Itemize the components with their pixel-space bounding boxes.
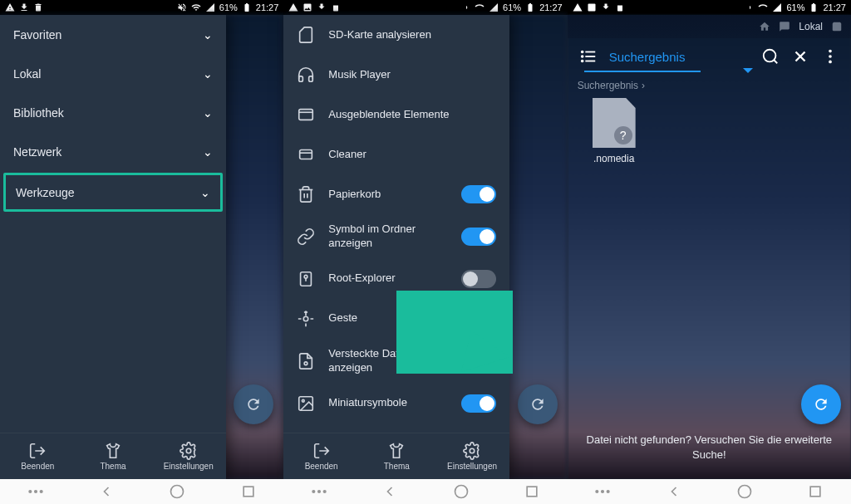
close-icon[interactable] (791, 47, 809, 66)
archive-icon[interactable] (831, 21, 843, 32)
svg-point-17 (303, 399, 305, 402)
download-icon (317, 2, 327, 12)
svg-rect-44 (810, 487, 820, 497)
svg-rect-6 (299, 110, 313, 120)
nav-back-icon[interactable] (381, 483, 398, 500)
setting-row-sdcard[interactable]: SD-Karte analysieren (283, 15, 509, 55)
refresh-fab-bg[interactable] (518, 384, 558, 424)
bottom-label: Beenden (21, 462, 54, 471)
toggle-knob (480, 354, 494, 369)
svg-point-33 (764, 50, 776, 62)
setting-row-thumbnail[interactable]: Miniatursymbole (283, 384, 509, 423)
nav-recents-icon[interactable] (524, 483, 540, 500)
toggle-knob (463, 311, 478, 326)
toggle-switch[interactable] (461, 185, 496, 203)
toggle-switch[interactable] (461, 270, 496, 288)
setting-row-hiddenfile[interactable]: Versteckte Dateien anzeigen (283, 339, 509, 384)
search-result-title[interactable]: Suchergebnis (609, 50, 750, 64)
nav-back-icon[interactable] (98, 483, 115, 500)
svg-rect-26 (527, 487, 537, 497)
drawer-item-lokal[interactable]: Lokal ⌄ (0, 54, 226, 93)
svg-point-15 (304, 362, 307, 365)
setting-row-trash[interactable]: Papierkorb (283, 174, 509, 214)
drawer-item-werkzeuge[interactable]: Werkzeuge ⌄ (3, 173, 223, 212)
advanced-search-tip[interactable]: Datei nicht gefunden? Versuchen Sie die … (568, 433, 851, 462)
nav-recents-icon[interactable] (807, 483, 824, 500)
nav-menu-icon[interactable] (594, 483, 611, 500)
setting-row-headphones[interactable]: Musik Player (283, 55, 509, 95)
setting-label: Papierkorb (328, 188, 448, 202)
breadcrumb[interactable]: Suchergebnis › (568, 75, 851, 96)
drawer-label: Favoriten (13, 28, 61, 42)
quick-nav-bar: Lokal (568, 15, 851, 38)
svg-point-41 (602, 491, 604, 493)
breadcrumb-chevron-icon: › (642, 80, 645, 91)
battery-text: 61% (503, 2, 521, 12)
clock-text: 21:27 (256, 2, 279, 12)
toggle-switch[interactable] (461, 310, 496, 328)
svg-point-25 (455, 486, 467, 498)
drawer-label: Bibliothek (13, 106, 64, 120)
screen-2-tools-settings: 61% 21:27 ‹ SD-Karte analysierenMusik Pl… (283, 0, 567, 504)
refresh-fab[interactable] (801, 384, 841, 424)
nav-home-icon[interactable] (736, 483, 753, 500)
gear-icon (463, 442, 481, 460)
nav-home-icon[interactable] (453, 483, 470, 500)
setting-row-cleaner[interactable]: Cleaner (283, 135, 509, 174)
nav-menu-icon[interactable] (27, 483, 44, 500)
bottom-beenden[interactable]: Beenden (283, 433, 359, 479)
bottom-einstellungen[interactable]: Einstellungen (150, 433, 226, 479)
trash-small-icon (331, 2, 341, 12)
wifi-icon (758, 2, 768, 12)
toggle-switch[interactable] (461, 352, 496, 370)
navigation-drawer: Favoriten ⌄ Lokal ⌄ Bibliothek ⌄ Netzwer… (0, 15, 226, 479)
file-item-nomedia[interactable]: ? .nomedia (583, 98, 646, 164)
setting-row-link[interactable]: Symbol im Ordner anzeigen (283, 214, 509, 259)
drawer-item-bibliothek[interactable]: Bibliothek ⌄ (0, 93, 226, 132)
overflow-menu-icon[interactable] (821, 47, 839, 66)
setting-label: SD-Karte analysieren (328, 28, 496, 42)
gear-icon (180, 442, 198, 460)
svg-point-14 (304, 316, 309, 321)
svg-rect-8 (300, 150, 312, 159)
exit-icon (312, 442, 331, 460)
chat-icon[interactable] (779, 21, 790, 32)
screen-3-search-result: 61% 21:27 Lokal Suchergebnis Suchergebni… (568, 0, 851, 504)
nav-back-icon[interactable] (666, 483, 682, 500)
list-view-icon[interactable] (579, 47, 598, 66)
setting-label: Versteckte Dateien anzeigen (328, 347, 448, 375)
svg-point-32 (581, 61, 583, 62)
headphones-icon (297, 66, 315, 84)
svg-point-40 (596, 491, 598, 493)
warning-icon (573, 2, 583, 12)
setting-row-gesture[interactable]: Geste (283, 299, 509, 339)
refresh-fab-bg[interactable] (234, 384, 273, 424)
chevron-down-icon: ⌄ (203, 67, 213, 81)
bottom-einstellungen[interactable]: Einstellungen (435, 433, 510, 479)
link-icon (297, 228, 315, 246)
drawer-item-netzwerk[interactable]: Netzwerk ⌄ (0, 132, 226, 171)
wifi-icon (475, 2, 485, 12)
svg-point-4 (171, 486, 184, 498)
nav-menu-icon[interactable] (311, 483, 327, 500)
topbar-location-label[interactable]: Lokal (799, 21, 823, 32)
setting-row-hidden[interactable]: Ausgeblendete Elemente (283, 95, 509, 135)
bottom-thema[interactable]: Thema (359, 433, 435, 479)
home-icon[interactable] (759, 21, 770, 32)
nav-home-icon[interactable] (169, 483, 185, 500)
battery-icon (809, 2, 819, 12)
setting-row-root[interactable]: Root-Explorer (283, 259, 509, 299)
image-icon (587, 2, 597, 12)
signal-icon (772, 2, 782, 12)
root-icon (297, 270, 315, 288)
svg-point-13 (304, 275, 307, 278)
bottom-beenden[interactable]: Beenden (0, 433, 76, 479)
search-icon[interactable] (761, 47, 780, 66)
drawer-item-favoriten[interactable]: Favoriten ⌄ (0, 15, 226, 54)
toggle-switch[interactable] (461, 394, 496, 413)
chevron-down-icon: ⌄ (200, 186, 210, 199)
tshirt-icon (104, 442, 122, 460)
toggle-switch[interactable] (461, 228, 496, 246)
bottom-thema[interactable]: Thema (76, 433, 151, 479)
nav-recents-icon[interactable] (240, 483, 257, 500)
